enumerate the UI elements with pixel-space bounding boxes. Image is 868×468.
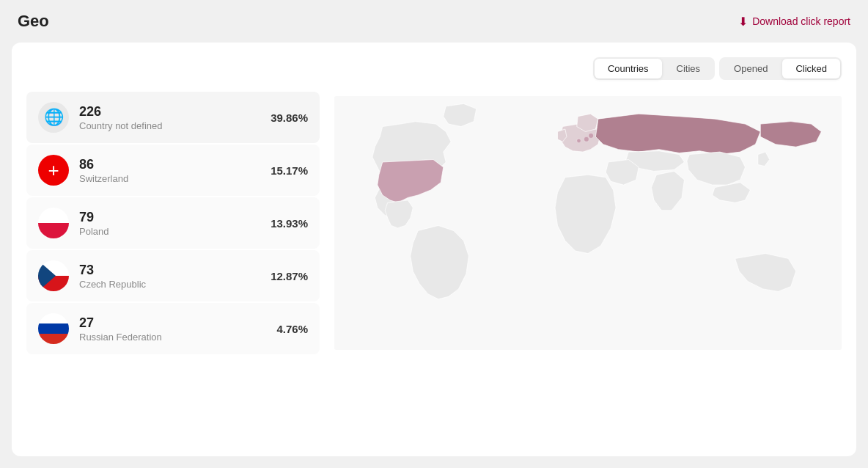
flag-pl-icon xyxy=(38,208,69,238)
list-item: 27 Russian Federation 4.76% xyxy=(26,303,320,354)
country-pct: 12.87% xyxy=(271,270,308,282)
svg-point-3 xyxy=(577,139,581,143)
country-info: 79 Poland xyxy=(79,210,260,237)
flag-ru-icon xyxy=(38,313,69,344)
card-toolbar: Countries Cities Opened Clicked xyxy=(26,57,842,80)
list-item: 79 Poland 13.93% xyxy=(26,197,320,249)
country-count: 226 xyxy=(79,104,260,120)
country-info: 27 Russian Federation xyxy=(79,315,266,343)
world-map xyxy=(334,92,842,354)
country-info: 86 Switzerland xyxy=(79,157,260,184)
svg-point-1 xyxy=(584,136,589,142)
country-pct: 39.86% xyxy=(271,111,308,124)
list-item: 73 Czech Republic 12.87% xyxy=(26,250,320,301)
country-name: Switzerland xyxy=(79,173,260,184)
svg-point-2 xyxy=(589,134,594,139)
country-pct: 15.17% xyxy=(271,164,308,177)
tab-cities[interactable]: Cities xyxy=(663,59,714,78)
country-count: 86 xyxy=(79,157,260,172)
country-pct: 4.76% xyxy=(276,323,308,335)
tab-countries[interactable]: Countries xyxy=(595,59,662,78)
page-header: Geo ⬇ Download click report xyxy=(0,0,868,43)
page-title: Geo xyxy=(18,12,49,31)
country-name: Poland xyxy=(79,226,260,237)
country-pct: 13.93% xyxy=(271,217,308,230)
country-name: Country not defined xyxy=(79,120,260,131)
country-info: 226 Country not defined xyxy=(79,104,260,131)
geo-tab-group: Countries Cities xyxy=(593,57,715,80)
metric-tab-group: Opened Clicked xyxy=(719,57,842,80)
tab-opened[interactable]: Opened xyxy=(721,59,781,78)
tab-clicked[interactable]: Clicked xyxy=(782,59,840,78)
country-name: Russian Federation xyxy=(79,332,266,343)
list-item: 86 Switzerland 15.17% xyxy=(26,145,320,196)
flag-ch-icon xyxy=(38,155,69,186)
map-area xyxy=(334,92,842,354)
country-count: 27 xyxy=(79,315,266,331)
country-list: 🌐 226 Country not defined 39.86% 86 Swit… xyxy=(26,92,320,354)
country-name: Czech Republic xyxy=(79,279,260,290)
main-card: Countries Cities Opened Clicked 🌐 226 Co… xyxy=(12,43,856,456)
download-label: Download click report xyxy=(752,15,850,27)
flag-globe-icon: 🌐 xyxy=(38,102,69,133)
flag-cz-icon xyxy=(38,260,69,291)
country-info: 73 Czech Republic xyxy=(79,263,260,290)
download-link[interactable]: ⬇ Download click report xyxy=(738,15,850,29)
download-icon: ⬇ xyxy=(738,15,748,29)
country-count: 79 xyxy=(79,210,260,225)
list-item: 🌐 226 Country not defined 39.86% xyxy=(26,92,320,143)
country-count: 73 xyxy=(79,263,260,278)
content-area: 🌐 226 Country not defined 39.86% 86 Swit… xyxy=(26,92,842,354)
